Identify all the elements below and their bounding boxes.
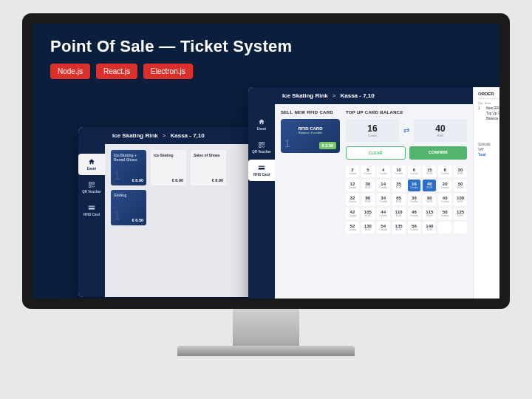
svg-rect-1 [89,207,95,208]
topup-option[interactable]: 56Credits [408,222,421,233]
product-tile[interactable]: Ice-Skating + Rental Shoes1€ 8.90 [111,150,146,185]
home-icon [257,118,266,126]
breadcrumb: Ice Skating Rink > Kassa - 7,10 [275,87,473,104]
topup-option[interactable]: 20EUR [454,166,467,177]
topup-option[interactable]: 50EUR [454,180,467,191]
topup-option[interactable]: 105EUR [361,208,375,219]
sidebar-item-qr[interactable]: QR Voucher [248,137,275,158]
topup-option[interactable]: 6Credits [408,166,421,177]
topup-option[interactable]: 54Credits [377,222,390,233]
topup-heading: TOP UP CARD BALANCE [346,110,467,115]
topup-option[interactable]: 8Credits [438,166,451,177]
topup-option[interactable]: 135EUR [392,222,406,233]
topup-option[interactable]: 130EUR [361,222,375,233]
topup-option[interactable]: 10Credits [392,166,406,177]
product-tile[interactable]: Ice-Skating€ 8.90 [151,150,186,185]
chevron-right-icon: > [163,132,166,139]
swap-icon[interactable]: ⇄ [403,126,409,134]
rfid-card-tile[interactable]: 1 RFID CARD Balance: 6 credits € 2.50 [281,119,340,153]
topup-option[interactable]: 125EUR [454,208,467,219]
order-panel: ORDER QtyItem 1New RFID CTop Up CarBalan… [473,87,510,309]
topup-option[interactable]: 52Credits [346,222,359,233]
topup-option[interactable]: 50Credits [438,208,451,219]
svg-rect-3 [259,167,265,168]
topup-option[interactable]: 20Credits [438,180,451,191]
order-heading: ORDER [478,92,510,99]
topup-option[interactable]: 12Credits [346,180,359,191]
topup-option[interactable]: 36Credits [408,194,421,205]
pos-window-back: Event QR Voucher RFID Card Ice Skating R… [78,127,270,297]
topup-option[interactable]: 80EUR [361,194,375,205]
breadcrumb: Ice Skating Rink > Kassa - 7,10 [105,127,270,144]
product-tile[interactable]: Gliding1€ 6.50 [111,190,146,225]
topup-option[interactable]: 42Credits [346,208,359,219]
topup-option[interactable]: 14Credits [377,180,390,191]
pos-window-front: Event QR Voucher RFID Card Ice Skating R… [248,87,510,309]
topup-option[interactable]: 2Credits [346,166,359,177]
topup-option[interactable]: 15EUR [423,166,436,177]
credits-value: 16Credits [346,119,399,142]
sell-heading: SELL NEW RFID CARD [281,110,340,115]
topup-option[interactable]: 44Credits [377,208,390,219]
qr-icon [257,141,266,149]
topup-option[interactable]: 34Credits [377,194,390,205]
sidebar-item-event[interactable]: Event [248,114,275,135]
topup-option[interactable]: 32Credits [346,194,359,205]
topup-option[interactable]: 30EUR [361,180,375,191]
topup-option[interactable]: 46Credits [408,208,421,219]
confirm-button[interactable]: CONFIRM [409,146,468,160]
home-icon [87,158,96,166]
sidebar-item-event[interactable]: Event [78,154,105,175]
sidebar-item-qr[interactable]: QR Voucher [78,177,105,198]
order-line: 1New RFID C [478,106,510,110]
topup-option[interactable]: 35EUR [392,180,406,191]
topup-option[interactable]: 90EUR [423,194,436,205]
topup-option[interactable]: 140EUR [423,222,436,233]
topup-option[interactable]: 115EUR [423,208,436,219]
order-line: Top Up Car [478,112,510,115]
topup-option[interactable]: 100EUR [454,194,467,205]
topup-option[interactable]: 40Credits [438,194,451,205]
product-tile[interactable]: Sales of Shoes€ 8.90 [191,150,226,185]
clear-button[interactable]: CLEAR [346,146,406,160]
card-icon [87,204,96,211]
order-line: Balance [478,117,510,120]
sidebar-item-rfid[interactable]: RFID Card [248,160,275,181]
topup-option[interactable]: 16Credits [408,180,421,191]
sidebar-item-rfid[interactable]: RFID Card [78,200,105,221]
eur-value: 40EUR [414,119,467,142]
topup-option[interactable] [454,222,467,233]
topup-option[interactable] [438,222,451,233]
topup-option[interactable]: 65EUR [392,194,406,205]
topup-option[interactable]: 5Credits [361,166,375,177]
topup-option[interactable]: 4Credits [377,166,390,177]
topup-option[interactable]: 110EUR [392,208,406,219]
topup-option[interactable]: 40EUR [423,180,436,191]
card-icon [257,164,266,171]
chevron-right-icon: > [332,92,336,99]
price-badge: € 2.50 [319,142,336,149]
qr-icon [87,181,96,188]
